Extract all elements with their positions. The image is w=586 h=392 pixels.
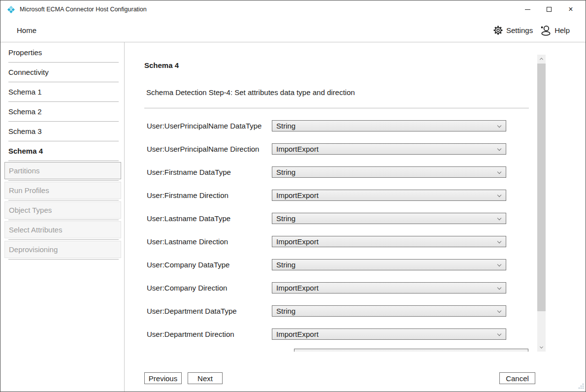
form-row: User:Company Direction ImportExport [125,282,533,294]
menu-item-home[interactable]: Home [17,26,36,34]
cancel-button[interactable]: Cancel [499,372,535,384]
attribute-select[interactable]: ImportExport [272,190,506,201]
select-value: ImportExport [276,191,319,199]
divider [8,161,119,161]
sidebar-nav: Properties Connectivity Schema 1 Schema … [0,42,125,392]
select-value: ImportExport [276,145,319,153]
select-value: ImportExport [276,284,319,292]
minimize-button[interactable] [517,0,538,18]
sidebar-item-schema-1[interactable]: Schema 1 [0,82,124,101]
sidebar-item-label: Partitions [9,166,40,175]
help-label: Help [554,26,570,34]
app-body: Properties Connectivity Schema 1 Schema … [0,42,586,392]
select-value: String [276,168,295,176]
attribute-select-partial[interactable] [294,349,528,352]
attribute-select[interactable]: ImportExport [272,282,506,294]
menubar: Home [0,18,586,42]
chevron-down-icon [497,309,501,313]
form-row: User:Company DataType String [125,259,533,270]
sidebar-item-label: Object Types [9,206,52,214]
scrollbar-thumb[interactable] [537,64,546,311]
settings-label: Settings [506,26,533,34]
sidebar-item-label: Select Attributes [9,226,62,234]
sidebar-item-label: Schema 4 [8,147,43,155]
app-window: Microsoft ECMA Connector Host Configurat… [0,0,586,392]
attribute-select[interactable]: ImportExport [272,143,506,155]
attribute-label: User:Lastname DataType [125,213,272,224]
sidebar-item-run-profiles: Run Profiles [4,182,121,199]
previous-button[interactable]: Previous [144,372,182,384]
scrollbar[interactable] [537,55,546,352]
attribute-label: User:Company DataType [125,259,272,270]
divider [8,220,119,220]
form-row: User:Department DataType String [125,305,533,317]
sidebar-item-schema-3[interactable]: Schema 3 [0,122,124,141]
attribute-select[interactable]: String [272,213,506,224]
sidebar-item-connectivity[interactable]: Connectivity [0,63,124,82]
attribute-select[interactable]: ImportExport [272,236,506,247]
close-button[interactable]: × [560,0,582,18]
chevron-down-icon [497,332,501,336]
divider [8,239,119,240]
gear-icon [493,25,503,35]
attribute-label: User:Firstname Direction [125,190,272,201]
chevron-down-icon [497,216,501,220]
attribute-label: User:UserPrincipalName Direction [125,143,272,155]
attribute-label: User:Company Direction [125,282,272,294]
attribute-select[interactable]: ImportExport [272,328,506,340]
attribute-select[interactable]: String [272,305,506,317]
app-icon [7,5,15,14]
form-scroll-area: Schema 4 Schema Detection Step-4: Set at… [125,55,533,352]
form-row: User:Department Direction ImportExport [125,328,533,340]
attribute-label: User:Lastname Direction [125,236,272,247]
settings-button[interactable]: Settings [493,25,533,35]
scroll-up-button[interactable] [537,55,546,63]
page-title: Schema 4 [144,61,179,69]
scroll-down-button[interactable] [537,343,546,352]
chevron-down-icon [540,345,543,349]
sidebar-item-select-attributes: Select Attributes [4,221,121,238]
divider [144,108,529,108]
window-title: Microsoft ECMA Connector Host Configurat… [20,6,147,13]
form-row: User:Firstname Direction ImportExport [125,190,533,201]
sidebar-item-label: Deprovisioning [9,245,58,254]
attribute-select[interactable]: String [272,166,506,178]
chevron-down-icon [497,124,501,128]
menubar-right: Settings Help [493,25,570,36]
attribute-label: User:Department DataType [125,305,272,317]
attribute-select[interactable]: String [272,120,506,131]
help-button[interactable]: Help [540,25,570,36]
chevron-up-icon [540,58,543,61]
sidebar-item-schema-4[interactable]: Schema 4 [0,141,124,161]
sidebar-item-deprovisioning: Deprovisioning [4,241,121,258]
next-button[interactable]: Next [188,372,223,384]
select-value: String [276,214,295,223]
sidebar-item-schema-2[interactable]: Schema 2 [0,102,124,121]
form-row: User:Firstname DataType String [125,166,533,178]
form-rows: User:UserPrincipalName DataType String U… [125,120,533,352]
attribute-select[interactable]: String [272,259,506,270]
chevron-down-icon [497,239,501,243]
attribute-label: User:Department Direction [125,328,272,340]
sidebar-item-label: Schema 2 [8,107,42,116]
minimize-icon [525,9,530,10]
select-value: String [276,307,295,315]
chevron-down-icon [497,286,501,290]
form-row: User:UserPrincipalName DataType String [125,120,533,131]
titlebar: Microsoft ECMA Connector Host Configurat… [0,0,586,18]
chevron-down-icon [497,147,501,151]
sidebar-item-label: Properties [8,48,42,57]
sidebar-item-object-types: Object Types [4,201,121,219]
sidebar-item-properties[interactable]: Properties [0,43,124,62]
grip-dots [583,384,584,385]
resize-grip[interactable] [578,384,584,390]
attribute-label: User:UserPrincipalName DataType [125,120,272,131]
maximize-icon [547,7,552,12]
sidebar-item-label: Connectivity [8,68,49,76]
divider [8,180,119,181]
select-value: String [276,261,295,269]
select-value: ImportExport [276,237,319,246]
person-icon [540,25,552,36]
maximize-button[interactable] [538,0,560,18]
attribute-label: User:Firstname DataType [125,166,272,178]
